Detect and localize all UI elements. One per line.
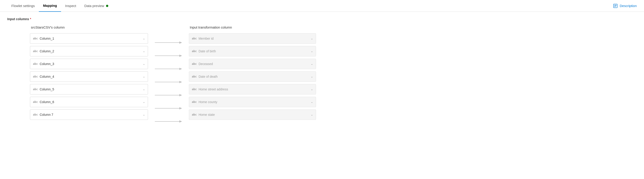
src-row-3: abc Column_4 ⌄ — [30, 71, 148, 82]
nav-flowlet-settings[interactable]: Flowlet settings — [7, 0, 39, 12]
dest-abc-1: abc — [192, 50, 197, 53]
src-dropdown-6[interactable]: abc Column 7 ⌄ — [30, 109, 148, 120]
arrow-svg-3 — [155, 80, 182, 84]
transform-column-section: Input transformation column abc Member i… — [189, 25, 316, 122]
src-dropdown-1[interactable]: abc Column_2 ⌄ — [30, 46, 148, 56]
src-value-3: Column_4 — [40, 75, 141, 78]
dest-value-0: Member id — [199, 37, 309, 40]
src-chevron-5: ⌄ — [143, 100, 145, 104]
src-chevron-2: ⌄ — [143, 62, 145, 65]
dest-row-2: abc Deceased ⌄ — [189, 59, 316, 69]
arrow-svg-6 — [155, 119, 182, 124]
dest-abc-2: abc — [192, 62, 197, 65]
dest-row-4: abc Home street address ⌄ — [189, 84, 316, 94]
arrow-svg-1 — [155, 53, 182, 58]
src-dropdown-3[interactable]: abc Column_4 ⌄ — [30, 71, 148, 82]
src-value-0: Column_1 — [40, 37, 141, 40]
dest-chevron-5: ⌄ — [311, 100, 313, 104]
dest-dropdown-1[interactable]: abc Date of birth ⌄ — [189, 46, 316, 56]
src-row-4: abc Column_5 ⌄ — [30, 84, 148, 94]
dest-dropdown-2[interactable]: abc Deceased ⌄ — [189, 59, 316, 69]
dest-value-5: Home county — [199, 100, 309, 104]
src-row-1: abc Column_2 ⌄ — [30, 46, 148, 56]
arrow-1 — [148, 50, 189, 61]
src-row-6: abc Column 7 ⌄ — [30, 109, 148, 120]
dest-dropdown-6[interactable]: abc Home state ⌄ — [189, 109, 316, 120]
svg-marker-5 — [179, 41, 182, 44]
nav-mapping[interactable]: Mapping — [39, 0, 61, 12]
dest-abc-4: abc — [192, 88, 197, 91]
dest-abc-0: abc — [192, 37, 197, 40]
src-row-2: abc Column_3 ⌄ — [30, 59, 148, 69]
data-preview-status-dot — [106, 5, 108, 7]
columns-layout: srcStarsCSV's column abc Column_1 ⌄ abc … — [7, 25, 637, 129]
dest-value-3: Date of death — [199, 75, 309, 78]
dest-dropdown-5[interactable]: abc Home county ⌄ — [189, 97, 316, 107]
dest-chevron-4: ⌄ — [311, 88, 313, 91]
dest-abc-3: abc — [192, 75, 197, 78]
dest-row-5: abc Home county ⌄ — [189, 97, 316, 107]
arrow-svg-5 — [155, 106, 182, 111]
src-column-section: srcStarsCSV's column abc Column_1 ⌄ abc … — [30, 25, 148, 122]
dest-chevron-1: ⌄ — [311, 50, 313, 53]
dest-value-2: Deceased — [199, 62, 309, 66]
arrow-2 — [148, 63, 189, 74]
src-chevron-0: ⌄ — [143, 37, 145, 40]
dest-dropdown-4[interactable]: abc Home street address ⌄ — [189, 84, 316, 94]
nav-inspect[interactable]: Inspect — [61, 0, 80, 12]
src-chevron-3: ⌄ — [143, 75, 145, 78]
dest-chevron-0: ⌄ — [311, 37, 313, 40]
src-abc-4: abc — [33, 88, 38, 91]
src-value-6: Column 7 — [40, 113, 141, 117]
src-chevron-1: ⌄ — [143, 50, 145, 53]
src-abc-1: abc — [33, 50, 38, 53]
description-button[interactable]: Description — [613, 3, 637, 8]
arrow-5 — [148, 103, 189, 114]
svg-marker-15 — [179, 107, 182, 109]
dest-row-6: abc Home state ⌄ — [189, 109, 316, 120]
arrow-svg-4 — [155, 93, 182, 97]
dest-value-4: Home street address — [199, 87, 309, 91]
main-content: Input columns * srcStarsCSV's column abc… — [0, 12, 644, 135]
arrow-3 — [148, 77, 189, 87]
dest-dropdown-0[interactable]: abc Member id ⌄ — [189, 33, 316, 44]
src-dropdown-0[interactable]: abc Column_1 ⌄ — [30, 33, 148, 44]
dest-chevron-2: ⌄ — [311, 62, 313, 65]
src-value-2: Column_3 — [40, 62, 141, 66]
description-icon — [613, 3, 618, 8]
dest-chevron-6: ⌄ — [311, 113, 313, 116]
src-dropdown-2[interactable]: abc Column_3 ⌄ — [30, 59, 148, 69]
dest-value-6: Home state — [199, 113, 309, 117]
dest-row-3: abc Date of death ⌄ — [189, 71, 316, 82]
src-value-1: Column_2 — [40, 49, 141, 53]
svg-marker-9 — [179, 68, 182, 70]
nav-data-preview[interactable]: Data preview — [80, 0, 112, 12]
svg-marker-13 — [179, 94, 182, 96]
src-abc-2: abc — [33, 62, 38, 65]
required-indicator: * — [30, 17, 31, 21]
src-dropdown-4[interactable]: abc Column_5 ⌄ — [30, 84, 148, 94]
svg-marker-17 — [179, 120, 182, 123]
svg-marker-7 — [179, 55, 182, 57]
svg-marker-11 — [179, 81, 182, 83]
dest-abc-6: abc — [192, 113, 197, 116]
src-row-0: abc Column_1 ⌄ — [30, 33, 148, 44]
src-abc-5: abc — [33, 100, 38, 104]
description-label: Description — [620, 4, 637, 8]
arrow-svg-2 — [155, 67, 182, 71]
dest-row-1: abc Date of birth ⌄ — [189, 46, 316, 56]
transform-column-header: Input transformation column — [189, 25, 316, 29]
dest-chevron-3: ⌄ — [311, 75, 313, 78]
src-value-4: Column_5 — [40, 87, 141, 91]
dest-row-0: abc Member id ⌄ — [189, 33, 316, 44]
arrow-0 — [148, 37, 189, 48]
src-abc-0: abc — [33, 37, 38, 40]
dest-dropdown-3[interactable]: abc Date of death ⌄ — [189, 71, 316, 82]
dest-value-1: Date of birth — [199, 49, 309, 53]
src-dropdown-5[interactable]: abc Column_6 ⌄ — [30, 97, 148, 107]
arrow-svg-0 — [155, 40, 182, 45]
src-abc-3: abc — [33, 75, 38, 78]
src-chevron-4: ⌄ — [143, 88, 145, 91]
src-chevron-6: ⌄ — [143, 113, 145, 116]
top-nav: Flowlet settings Mapping Inspect Data pr… — [0, 0, 644, 12]
